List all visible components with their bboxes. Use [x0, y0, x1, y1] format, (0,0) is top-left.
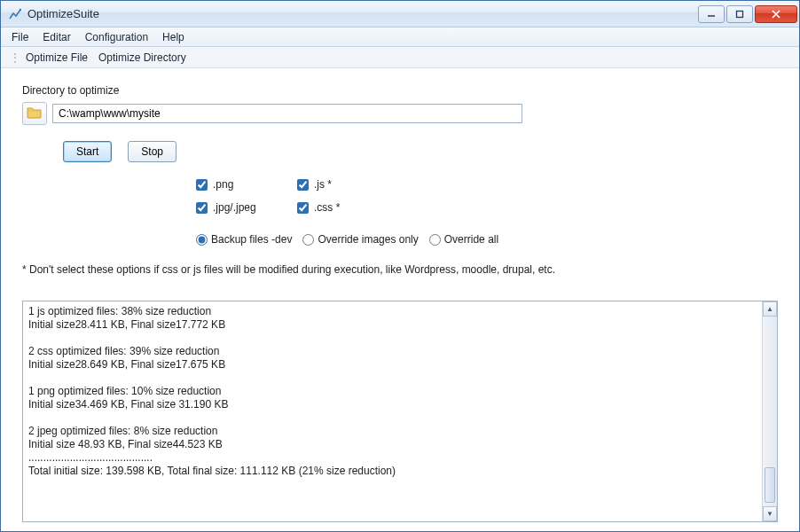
- start-button[interactable]: Start: [63, 141, 112, 162]
- checkbox-jpg[interactable]: [196, 202, 208, 214]
- minimize-button[interactable]: [698, 5, 725, 23]
- footnote: * Don't select these options if css or j…: [22, 263, 778, 276]
- close-button[interactable]: [755, 5, 797, 23]
- scroll-down-button[interactable]: ▼: [763, 506, 777, 521]
- radio-override-all[interactable]: Override all: [429, 233, 498, 246]
- menu-file[interactable]: File: [4, 29, 35, 45]
- app-icon: [8, 7, 22, 21]
- output-text[interactable]: 1 js optimized files: 38% size reduction…: [23, 301, 762, 521]
- window-controls: [696, 5, 797, 23]
- maximize-button[interactable]: [726, 5, 753, 23]
- output-panel: 1 js optimized files: 38% size reduction…: [22, 301, 778, 522]
- folder-icon: [27, 106, 43, 122]
- check-png-label: .png: [213, 178, 233, 191]
- action-row: Start Stop: [63, 141, 778, 162]
- radio-override-images[interactable]: Override images only: [302, 233, 418, 246]
- scroll-thumb[interactable]: [765, 467, 775, 503]
- check-js[interactable]: .js *: [297, 178, 395, 191]
- scroll-up-button[interactable]: ▲: [763, 301, 777, 317]
- browse-folder-button[interactable]: [22, 102, 47, 125]
- scrollbar[interactable]: ▲ ▼: [762, 301, 777, 521]
- radio-backup[interactable]: Backup files -dev: [196, 233, 292, 246]
- titlebar[interactable]: OptimizeSuite: [1, 1, 799, 27]
- radio-override-images-label: Override images only: [318, 233, 418, 246]
- menu-configuration[interactable]: Configuration: [78, 29, 155, 45]
- menubar: File Editar Configuration Help: [1, 27, 799, 47]
- app-window: OptimizeSuite File Editar Configuration …: [0, 0, 800, 532]
- radio-override-images-input[interactable]: [302, 234, 314, 246]
- tab-optimize-directory[interactable]: Optimize Directory: [95, 50, 190, 66]
- mode-radios: Backup files -dev Override images only O…: [196, 233, 778, 246]
- stop-button[interactable]: Stop: [128, 141, 176, 162]
- check-css-label: .css *: [314, 201, 340, 214]
- check-png[interactable]: .png: [196, 178, 294, 191]
- svg-rect-2: [737, 11, 743, 17]
- tab-optimize-file[interactable]: Optimize File: [22, 50, 91, 66]
- check-css[interactable]: .css *: [297, 201, 395, 214]
- checkbox-png[interactable]: [196, 179, 208, 191]
- check-jpg[interactable]: .jpg/.jpeg: [196, 201, 294, 214]
- check-js-label: .js *: [314, 178, 332, 191]
- content-area: Directory to optimize Start Stop .png .j…: [1, 68, 799, 531]
- filetype-checks: .png .js * .jpg/.jpeg .css *: [196, 178, 778, 214]
- scroll-track[interactable]: [763, 317, 777, 506]
- toolbar: ⋮ Optimize File Optimize Directory: [1, 47, 799, 68]
- directory-label: Directory to optimize: [22, 84, 778, 97]
- radio-backup-input[interactable]: [196, 234, 208, 246]
- checkbox-js[interactable]: [297, 179, 309, 191]
- check-jpg-label: .jpg/.jpeg: [213, 201, 256, 214]
- radio-backup-label: Backup files -dev: [211, 233, 292, 246]
- checkbox-css[interactable]: [297, 202, 309, 214]
- directory-input[interactable]: [52, 104, 522, 123]
- toolbar-grip-icon: ⋮: [10, 51, 19, 64]
- radio-override-all-label: Override all: [444, 233, 498, 246]
- window-title: OptimizeSuite: [27, 7, 696, 20]
- menu-help[interactable]: Help: [155, 29, 192, 45]
- radio-override-all-input[interactable]: [429, 234, 441, 246]
- directory-row: [22, 102, 778, 125]
- menu-edit[interactable]: Editar: [35, 29, 77, 45]
